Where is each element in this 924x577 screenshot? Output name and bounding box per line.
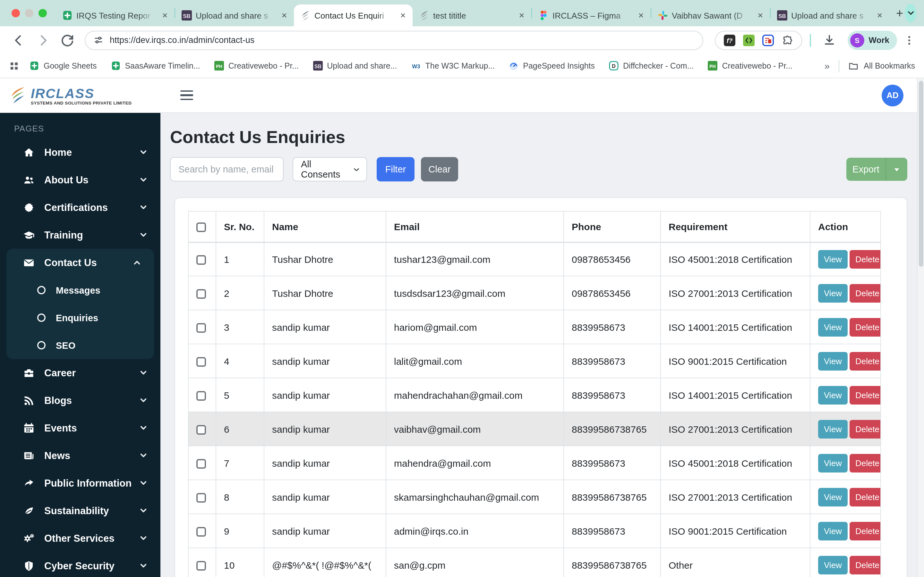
forward-icon[interactable]: [35, 32, 51, 48]
tab-close-icon[interactable]: ✕: [875, 10, 885, 21]
tab-close-icon[interactable]: ✕: [755, 10, 766, 21]
tab-close-icon[interactable]: ✕: [517, 10, 527, 21]
row-checkbox[interactable]: [196, 459, 206, 469]
export-button[interactable]: Export: [846, 158, 885, 181]
sidebar-item-about-us[interactable]: About Us: [0, 166, 160, 193]
downloads-icon[interactable]: [822, 33, 836, 47]
view-button[interactable]: View: [818, 250, 848, 269]
delete-button[interactable]: Delete: [850, 488, 881, 506]
delete-button[interactable]: Delete: [850, 522, 881, 540]
sidebar-item-certifications[interactable]: Certifications: [0, 193, 160, 221]
view-button[interactable]: View: [818, 318, 848, 336]
sidebar-item-career[interactable]: Career: [0, 359, 160, 387]
bookmark-item[interactable]: PHCreativewebo - Pr...: [214, 61, 299, 71]
hamburger-menu-icon[interactable]: [180, 90, 193, 100]
browser-tab[interactable]: IRCLASS – Figma✕: [532, 5, 651, 26]
consent-select[interactable]: All Consents: [292, 157, 367, 181]
new-tab-button[interactable]: +: [895, 5, 905, 21]
view-button[interactable]: View: [818, 488, 848, 506]
tab-close-icon[interactable]: ✕: [160, 10, 170, 21]
row-checkbox[interactable]: [196, 425, 206, 435]
user-avatar[interactable]: AD: [882, 84, 903, 106]
sidebar-item-contact-us[interactable]: Contact Us: [6, 249, 154, 276]
bookmark-item[interactable]: SBUpload and share...: [313, 61, 397, 71]
filter-button[interactable]: Filter: [376, 157, 415, 181]
browser-tab[interactable]: Contact Us Enquiri✕: [294, 5, 413, 26]
row-checkbox[interactable]: [196, 493, 206, 503]
delete-button[interactable]: Delete: [850, 454, 881, 472]
apps-grid-icon[interactable]: [9, 61, 19, 71]
delete-button[interactable]: Delete: [850, 420, 881, 438]
tab-close-icon[interactable]: ✕: [279, 10, 289, 21]
site-settings-icon[interactable]: [93, 35, 104, 45]
address-bar[interactable]: https://dev.irqs.co.in/admin/contact-us: [85, 31, 703, 50]
bookmark-item[interactable]: W3The W3C Markup...: [411, 61, 495, 71]
bookmark-item[interactable]: Google Sheets: [29, 61, 97, 71]
browser-tab[interactable]: SBUpload and share s✕: [175, 5, 294, 26]
view-button[interactable]: View: [818, 420, 848, 438]
all-bookmarks-button[interactable]: All Bookmarks: [848, 61, 915, 71]
sidebar-item-sustainability[interactable]: Sustainability: [0, 497, 160, 524]
tab-search-button[interactable]: [905, 4, 916, 23]
bookmark-item[interactable]: DDiffchecker - Com...: [609, 61, 694, 71]
sidebar-item-public-information[interactable]: Public Information: [0, 469, 160, 497]
close-window-icon[interactable]: [11, 9, 20, 17]
delete-button[interactable]: Delete: [850, 318, 881, 336]
view-button[interactable]: View: [818, 386, 848, 404]
profile-chip[interactable]: S Work: [847, 31, 897, 50]
sidebar-item-news[interactable]: News: [0, 442, 160, 469]
browser-tab[interactable]: test tititle✕: [413, 5, 531, 26]
row-checkbox[interactable]: [196, 289, 206, 299]
sidebar-subitem-seo[interactable]: SEO: [6, 332, 154, 359]
sidebar-item-training[interactable]: Training: [0, 221, 160, 249]
browser-menu-icon[interactable]: [903, 34, 915, 46]
sidebar-subitem-enquiries[interactable]: Enquiries: [6, 304, 154, 332]
fontquery-extension-icon[interactable]: f?: [724, 34, 735, 46]
search-input[interactable]: [170, 157, 284, 181]
browser-tab[interactable]: SBUpload and share s✕: [771, 5, 889, 26]
export-dropdown-button[interactable]: [886, 158, 907, 181]
sidebar-logo[interactable]: IRCLASS SYSTEMS AND SOLUTIONS PRIVATE LI…: [0, 78, 160, 113]
select-all-checkbox[interactable]: [196, 222, 206, 232]
tab-close-icon[interactable]: ✕: [636, 10, 646, 21]
sidebar-item-home[interactable]: Home: [0, 139, 160, 166]
delete-button[interactable]: Delete: [850, 250, 881, 269]
code-extension-icon[interactable]: [743, 34, 754, 46]
reload-icon[interactable]: [60, 32, 75, 48]
view-button[interactable]: View: [818, 454, 848, 472]
row-checkbox[interactable]: [196, 527, 206, 537]
delete-button[interactable]: Delete: [850, 386, 881, 404]
view-button[interactable]: View: [818, 522, 848, 540]
row-checkbox[interactable]: [196, 391, 206, 401]
sidebar-item-cyber-security[interactable]: Cyber Security: [0, 552, 160, 577]
sidebar-item-events[interactable]: Events: [0, 414, 160, 442]
page-scrollbar[interactable]: [917, 78, 924, 577]
clear-button[interactable]: Clear: [421, 157, 458, 181]
scrollbar-thumb[interactable]: [919, 81, 923, 267]
row-checkbox[interactable]: [196, 323, 206, 333]
bookmark-item[interactable]: PHCreativewebo - Pr...: [708, 61, 793, 71]
extensions-puzzle-icon[interactable]: [781, 34, 793, 46]
sidebar-item-blogs[interactable]: Blogs: [0, 387, 160, 414]
row-checkbox[interactable]: [196, 357, 206, 367]
bookmarks-overflow-chevron[interactable]: »: [825, 60, 830, 71]
json-viewer-extension-icon[interactable]: [762, 34, 774, 46]
bookmark-item[interactable]: PageSpeed Insights: [509, 61, 595, 71]
sidebar-subitem-messages[interactable]: Messages: [6, 276, 154, 304]
minimize-window-icon[interactable]: [25, 9, 33, 17]
view-button[interactable]: View: [818, 556, 848, 574]
bookmark-item[interactable]: SaasAware Timelin...: [111, 61, 200, 71]
view-button[interactable]: View: [818, 284, 848, 302]
view-button[interactable]: View: [818, 351, 848, 370]
row-checkbox[interactable]: [196, 561, 206, 571]
row-checkbox[interactable]: [196, 255, 206, 265]
back-icon[interactable]: [11, 32, 26, 48]
browser-tab[interactable]: IRQS Testing Repor✕: [56, 5, 174, 26]
delete-button[interactable]: Delete: [850, 284, 881, 302]
sidebar-item-other-services[interactable]: Other Services: [0, 524, 160, 552]
browser-tab[interactable]: Vaibhav Sawant (D✕: [651, 5, 770, 26]
delete-button[interactable]: Delete: [850, 556, 881, 574]
maximize-window-icon[interactable]: [39, 9, 47, 17]
tab-close-icon[interactable]: ✕: [398, 10, 408, 21]
delete-button[interactable]: Delete: [850, 351, 881, 370]
